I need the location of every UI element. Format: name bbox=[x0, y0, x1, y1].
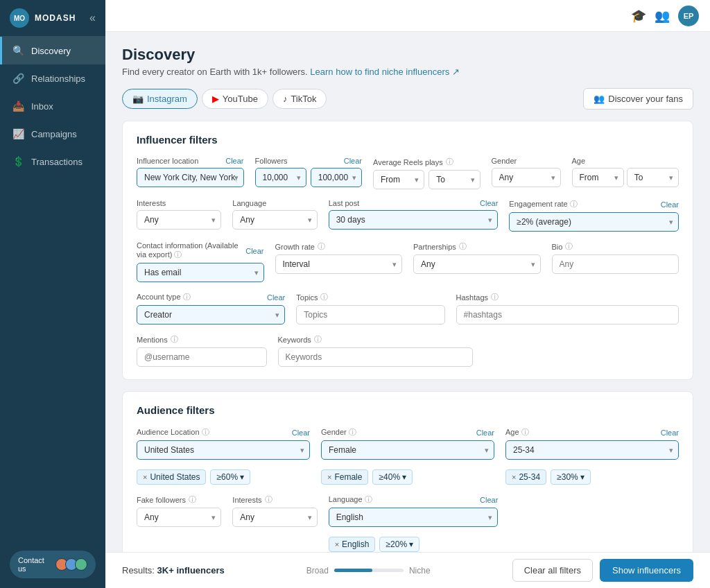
contact-info-icon: ⓘ bbox=[174, 250, 182, 259]
aud-interests-group: Interests ⓘ Any bbox=[232, 494, 317, 527]
sidebar-item-relationships[interactable]: 🔗 Relationships bbox=[0, 64, 105, 92]
audience-filters-title: Audience filters bbox=[137, 404, 679, 416]
sidebar-item-campaigns[interactable]: 📈 Campaigns bbox=[0, 120, 105, 148]
last-post-clear[interactable]: Clear bbox=[480, 199, 498, 207]
account-type-clear[interactable]: Clear bbox=[267, 293, 285, 302]
aud-language-tags: × English ≥20% ▾ bbox=[329, 537, 499, 552]
sidebar-item-discovery[interactable]: 🔍 Discovery bbox=[0, 37, 105, 64]
discovery-icon: 🔍 bbox=[12, 45, 24, 56]
breadth-track bbox=[334, 569, 404, 572]
remove-us-tag[interactable]: × bbox=[143, 473, 147, 481]
followers-clear[interactable]: Clear bbox=[344, 157, 362, 165]
graduation-icon[interactable]: 🎓 bbox=[631, 8, 646, 24]
growth-rate-select[interactable]: Interval bbox=[275, 254, 403, 274]
followers-to-select[interactable]: 100,000 bbox=[311, 168, 362, 187]
aud-interests-select[interactable]: Any bbox=[232, 508, 317, 527]
followers-from-select[interactable]: 10,000 bbox=[255, 168, 306, 187]
aud-location-pct-badge[interactable]: ≥60% ▾ bbox=[210, 469, 250, 485]
age-to-select[interactable]: To bbox=[627, 168, 679, 187]
aud-age-clear[interactable]: Clear bbox=[661, 429, 679, 437]
mentions-input[interactable] bbox=[137, 347, 267, 367]
discover-fans-button[interactable]: 👥 Discover your fans bbox=[583, 88, 693, 110]
influencer-row-2: Interests Any Language Any bbox=[137, 199, 679, 232]
tab-tiktok[interactable]: ♪ TikTok bbox=[272, 89, 327, 109]
contact-info-select[interactable]: Has email bbox=[137, 263, 264, 282]
aud-age-pct-badge[interactable]: ≥30% ▾ bbox=[551, 469, 591, 485]
sidebar-item-transactions[interactable]: 💲 Transactions bbox=[0, 148, 105, 175]
clear-all-filters-button[interactable]: Clear all filters bbox=[512, 559, 593, 582]
location-select[interactable]: New York City, New York, U... bbox=[137, 168, 244, 187]
aud-language-clear[interactable]: Clear bbox=[480, 496, 498, 504]
contact-info-group: Contact information (Available via expor… bbox=[137, 241, 264, 282]
aud-age-tag: × 25-34 bbox=[505, 469, 546, 485]
location-clear[interactable]: Clear bbox=[225, 157, 243, 165]
age-range: From To bbox=[572, 168, 679, 187]
aud-location-group: Audience Location ⓘ Clear United States bbox=[137, 427, 310, 460]
partnerships-select[interactable]: Any bbox=[413, 254, 541, 274]
user-avatar[interactable]: EP bbox=[678, 6, 699, 26]
aud-gender-select[interactable]: Female bbox=[321, 440, 494, 460]
aud-gender-tag-female: × Female ≥40% ▾ bbox=[321, 469, 494, 485]
keywords-input[interactable] bbox=[278, 347, 473, 367]
results-count: 3K+ influencers bbox=[157, 565, 225, 576]
interests-select[interactable]: Any bbox=[137, 210, 221, 230]
aud-age-select[interactable]: 25-34 bbox=[505, 440, 679, 460]
sidebar-item-transactions-label: Transactions bbox=[31, 157, 83, 167]
avg-reels-to-select[interactable]: To bbox=[428, 170, 480, 189]
influencer-filters-title: Influencer filters bbox=[137, 134, 679, 146]
remove-english-tag[interactable]: × bbox=[335, 540, 339, 548]
influencer-row-3: Contact information (Available via expor… bbox=[137, 241, 679, 282]
contact-avatar-3 bbox=[75, 558, 87, 571]
main-content: Discovery Find every creator on Earth wi… bbox=[105, 32, 710, 588]
aud-language-select[interactable]: English bbox=[329, 508, 499, 527]
aud-age-info-icon: ⓘ bbox=[521, 428, 529, 436]
contact-us-button[interactable]: Contact us bbox=[10, 551, 96, 578]
mentions-info-icon: ⓘ bbox=[171, 334, 178, 345]
fake-followers-select[interactable]: Any bbox=[137, 508, 221, 527]
remove-age-tag[interactable]: × bbox=[512, 473, 516, 481]
avg-reels-from-select[interactable]: From bbox=[373, 170, 424, 189]
engagement-rate-clear[interactable]: Clear bbox=[661, 200, 679, 209]
followers-range: 10,000 100,000 bbox=[255, 168, 363, 187]
tab-instagram[interactable]: 📷 Instagram bbox=[122, 89, 198, 109]
engagement-rate-select[interactable]: ≥2% (average) bbox=[509, 212, 679, 232]
partnerships-group: Partnerships ⓘ Any bbox=[413, 241, 541, 274]
influencer-row-1: Influencer location Clear New York City,… bbox=[137, 157, 679, 189]
contact-info-clear[interactable]: Clear bbox=[245, 247, 263, 255]
bio-input[interactable] bbox=[552, 254, 679, 274]
sidebar-item-inbox[interactable]: 📥 Inbox bbox=[0, 92, 105, 120]
hashtags-group: Hashtags ⓘ bbox=[456, 292, 679, 325]
gender-select[interactable]: Any bbox=[492, 168, 561, 187]
aud-language-tag: × English bbox=[329, 537, 376, 552]
aud-location-select[interactable]: United States bbox=[137, 440, 310, 460]
learn-link[interactable]: Learn how to find niche influencers ↗ bbox=[310, 67, 460, 77]
fake-followers-info-icon: ⓘ bbox=[189, 494, 196, 505]
aud-location-clear[interactable]: Clear bbox=[292, 429, 310, 437]
aud-age-group: Age ⓘ Clear 25-34 bbox=[505, 427, 679, 460]
aud-location-tag-us: × United States ≥60% ▾ bbox=[137, 469, 310, 485]
breadth-fill bbox=[334, 569, 372, 572]
account-type-select[interactable]: Creator bbox=[137, 305, 285, 325]
age-from-select[interactable]: From bbox=[572, 168, 624, 187]
language-group: Language Any bbox=[232, 199, 317, 230]
collapse-sidebar-button[interactable]: « bbox=[89, 12, 96, 24]
aud-language-pct-badge[interactable]: ≥20% ▾ bbox=[379, 537, 419, 552]
partnerships-info-icon: ⓘ bbox=[459, 241, 467, 252]
campaigns-icon: 📈 bbox=[12, 128, 24, 139]
aud-gender-pct-badge[interactable]: ≥40% ▾ bbox=[372, 469, 413, 485]
users-icon[interactable]: 👥 bbox=[655, 8, 670, 24]
aud-gender-clear[interactable]: Clear bbox=[476, 429, 494, 437]
location-select-wrapper: New York City, New York, U... bbox=[137, 168, 244, 187]
remove-female-tag[interactable]: × bbox=[327, 473, 331, 481]
platform-tabs: 📷 Instagram ▶ YouTube ♪ TikTok 👥 Discove… bbox=[122, 88, 693, 110]
show-influencers-button[interactable]: Show influencers bbox=[600, 559, 693, 582]
avg-reels-group: Average Reels plays ⓘ From To bbox=[373, 157, 480, 189]
results-text: Results: 3K+ influencers bbox=[122, 565, 225, 576]
tab-youtube[interactable]: ▶ YouTube bbox=[202, 89, 268, 109]
topics-input[interactable] bbox=[296, 305, 444, 325]
last-post-select[interactable]: 30 days bbox=[329, 210, 499, 230]
hashtags-input[interactable] bbox=[456, 305, 679, 325]
language-select[interactable]: Any bbox=[232, 210, 317, 230]
sidebar-item-campaigns-label: Campaigns bbox=[31, 129, 77, 139]
aud-interests-info-icon: ⓘ bbox=[265, 494, 272, 505]
